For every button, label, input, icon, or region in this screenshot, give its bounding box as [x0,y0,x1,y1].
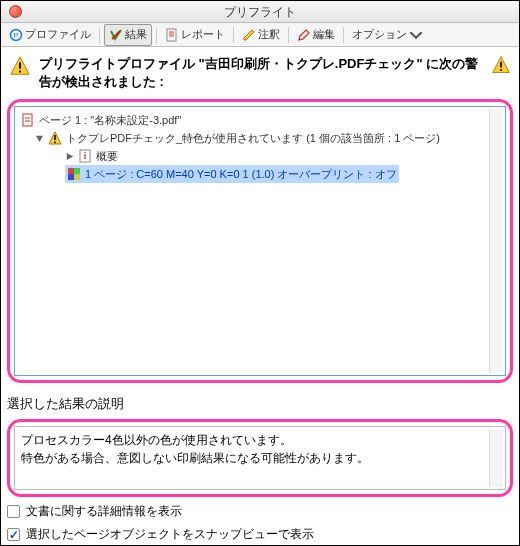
swatch-icon [67,167,81,181]
content-area: プリフライトプロファイル "吉田印刷所・トクプレ.PDFチェック" に次の警告が… [1,47,519,546]
description-line2: 特色がある場合、意図しない印刷結果になる可能性があります。 [21,449,499,467]
check-doc-details-label: 文書に関する詳細情報を表示 [26,503,182,520]
description-line1: プロセスカラー4色以外の色が使用されています。 [21,431,499,449]
disclosure-closed-icon[interactable] [65,152,74,161]
toolbar-separator [156,27,157,43]
svg-rect-8 [54,135,56,140]
tree-page-header[interactable]: ページ 1 : "名称未設定-3.pdf" [21,111,499,129]
disclosure-open-icon[interactable] [35,134,44,143]
tree-summary-row[interactable]: i 概要 [21,147,499,165]
edit-icon [297,28,311,42]
close-button[interactable] [9,5,22,18]
toolbar-separator [99,27,100,43]
results-highlight: ページ 1 : "名称未設定-3.pdf" トクプレPDFチェック_特色が使用さ… [7,99,513,383]
window-titlebar: プリフライト [1,1,519,23]
warning-header: プリフライトプロファイル "吉田印刷所・トクプレ.PDFチェック" に次の警告が… [7,51,513,97]
svg-text:P: P [13,31,18,40]
tab-profile[interactable]: P プロファイル [5,24,95,46]
svg-rect-15 [74,174,80,180]
svg-rect-4 [19,71,21,73]
description-box: プロセスカラー4色以外の色が使用されています。 特色がある場合、意図しない印刷結… [14,426,506,490]
svg-rect-6 [500,69,502,71]
warning-icon-right [491,55,511,75]
results-icon [109,28,123,42]
toolbar: P プロファイル 結果 レポート 注釈 編集 オプション [1,23,519,47]
warning-small-icon [48,131,62,145]
checkbox-snapview[interactable] [7,528,20,541]
toolbar-separator [288,27,289,43]
tab-annotate[interactable]: 注釈 [238,24,284,46]
pdf-icon [21,113,35,127]
chevron-down-icon [409,28,423,42]
tree-hit-row[interactable]: 1 ページ : C=60 M=40 Y=0 K=0 1 (1.0) オーバープリ… [21,165,499,183]
tab-edit[interactable]: 編集 [293,24,339,46]
check-snapview-label: 選択したページオブジェクトをスナップビューで表示 [26,526,314,543]
scrollbar[interactable] [489,109,503,373]
tab-results[interactable]: 結果 [104,24,152,46]
checkbox-doc-details[interactable] [7,505,20,518]
annotate-icon [242,28,256,42]
svg-rect-14 [68,174,74,180]
svg-text:i: i [84,151,87,161]
toolbar-separator [233,27,234,43]
svg-rect-7 [23,114,32,126]
toolbar-separator [343,27,344,43]
svg-rect-9 [54,142,56,144]
svg-rect-3 [19,62,21,68]
tab-report[interactable]: レポート [161,24,229,46]
window-title: プリフライト [224,5,296,19]
description-highlight: プロセスカラー4色以外の色が使用されています。 特色がある場合、意図しない印刷結… [7,419,513,497]
tree-rule-row[interactable]: トクプレPDFチェック_特色が使用されています (1 個の該当箇所 : 1 ペー… [21,129,499,147]
check-snapview-row[interactable]: 選択したページオブジェクトをスナップビューで表示 [7,526,513,543]
scrollbar[interactable] [489,429,503,487]
description-label: 選択した結果の説明 [7,395,513,413]
svg-rect-13 [74,168,80,174]
profile-icon: P [9,28,23,42]
svg-rect-5 [500,62,502,68]
info-icon: i [78,149,92,163]
svg-rect-2 [167,29,176,41]
check-doc-details-row[interactable]: 文書に関する詳細情報を表示 [7,503,513,520]
warning-text: プリフライトプロファイル "吉田印刷所・トクプレ.PDFチェック" に次の警告が… [39,55,483,91]
report-icon [165,28,179,42]
tab-options[interactable]: オプション [348,24,427,46]
results-tree[interactable]: ページ 1 : "名称未設定-3.pdf" トクプレPDFチェック_特色が使用さ… [14,106,506,376]
warning-icon [9,55,31,77]
svg-rect-12 [68,168,74,174]
